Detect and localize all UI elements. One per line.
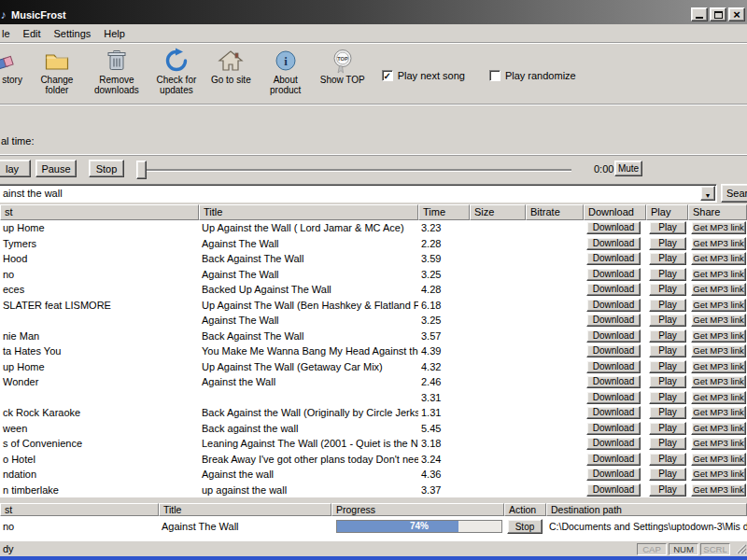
get-mp3-link-button[interactable]: Get MP3 link [691, 453, 746, 466]
seek-slider[interactable] [136, 169, 571, 171]
download-button[interactable]: Download [586, 453, 641, 466]
play-row-button[interactable]: Play [649, 422, 686, 435]
checkbox-play-next-song[interactable]: ✓Play next song [382, 70, 465, 81]
play-row-button[interactable]: Play [649, 406, 686, 419]
dl-column-header-progress[interactable]: Progress [331, 503, 504, 516]
table-row[interactable]: ta Hates YouYou Make Me Wanna Bang My He… [0, 343, 747, 359]
toolbar-button-check-for-updates[interactable]: Check for updates [149, 47, 204, 96]
play-row-button[interactable]: Play [649, 453, 686, 466]
get-mp3-link-button[interactable]: Get MP3 link [691, 252, 746, 265]
play-row-button[interactable]: Play [649, 329, 686, 343]
table-row[interactable]: WonderAgainst the Wall2.46DownloadPlayGe… [0, 374, 747, 390]
close-button[interactable]: × [728, 7, 745, 21]
table-row[interactable]: TymersAgainst The Wall2.28DownloadPlayGe… [0, 236, 747, 252]
play-row-button[interactable]: Play [649, 375, 686, 388]
download-row[interactable]: noAgainst The Wall74%StopC:\Documents an… [0, 516, 747, 537]
stop-button[interactable]: Stop [89, 160, 124, 177]
download-button[interactable]: Download [586, 360, 641, 373]
pause-button[interactable]: Pause [35, 160, 77, 177]
table-row[interactable]: ecesBacked Up Against The Wall4.28Downlo… [0, 282, 747, 298]
table-row[interactable]: weenBack against the wall5.45DownloadPla… [0, 421, 747, 437]
get-mp3-link-button[interactable]: Get MP3 link [691, 391, 746, 404]
toolbar-button-show-top[interactable]: TOPShow TOP [318, 47, 367, 86]
resize-grip[interactable] [734, 542, 747, 556]
column-header-download[interactable]: Download [584, 204, 646, 220]
play-row-button[interactable]: Play [649, 483, 686, 497]
get-mp3-link-button[interactable]: Get MP3 link [691, 237, 746, 250]
play-row-button[interactable]: Play [649, 268, 686, 281]
table-row[interactable]: SLATER feat LISMOREUp Against The Wall (… [0, 298, 747, 314]
minimize-button[interactable] [691, 7, 708, 21]
checkbox-box[interactable] [489, 70, 500, 81]
download-button[interactable]: Download [586, 468, 641, 481]
play-row-button[interactable]: Play [649, 237, 686, 250]
get-mp3-link-button[interactable]: Get MP3 link [691, 483, 746, 497]
get-mp3-link-button[interactable]: Get MP3 link [691, 283, 746, 296]
toolbar-button-change-folder[interactable]: Change folder [30, 47, 84, 96]
column-header-play[interactable]: Play [646, 204, 688, 220]
download-button[interactable]: Download [586, 344, 641, 357]
download-button[interactable]: Download [586, 375, 641, 388]
toolbar-button-remove-downloads[interactable]: Remove downloads [90, 47, 144, 96]
combo-dropdown-button[interactable]: ▼ [700, 186, 715, 201]
play-row-button[interactable]: Play [649, 468, 686, 481]
get-mp3-link-button[interactable]: Get MP3 link [691, 468, 746, 481]
table-row[interactable]: noAgainst The Wall3.25DownloadPlayGet MP… [0, 267, 747, 283]
play-row-button[interactable]: Play [649, 299, 686, 312]
play-row-button[interactable]: Play [649, 221, 686, 234]
table-row[interactable]: up HomeUp Against the Wall ( Lord Jamar … [0, 220, 747, 236]
stop-download-button[interactable]: Stop [507, 519, 543, 534]
dl-column-header-title[interactable]: Title [159, 503, 331, 516]
play-row-button[interactable]: Play [649, 360, 686, 373]
dl-column-header-action[interactable]: Action [504, 503, 546, 516]
table-row[interactable]: ck Rock KaraokeBack Against the Wall (Or… [0, 405, 747, 421]
get-mp3-link-button[interactable]: Get MP3 link [691, 375, 746, 388]
download-button[interactable]: Download [586, 237, 641, 250]
get-mp3-link-button[interactable]: Get MP3 link [691, 329, 746, 343]
column-header-title[interactable]: Title [199, 204, 418, 220]
table-row[interactable]: s of ConvenienceLeaning Against The Wall… [0, 436, 747, 452]
get-mp3-link-button[interactable]: Get MP3 link [691, 299, 746, 312]
get-mp3-link-button[interactable]: Get MP3 link [691, 360, 746, 373]
toolbar-button-go-to-site[interactable]: Go to site [209, 47, 253, 86]
menu-item-settings[interactable]: Settings [48, 26, 98, 41]
play-row-button[interactable]: Play [649, 437, 686, 450]
toolbar-button-about-product[interactable]: iAbout product [259, 47, 313, 96]
column-header-time[interactable]: Time [418, 204, 470, 220]
play-button[interactable]: lay [0, 160, 31, 177]
download-button[interactable]: Download [586, 221, 641, 234]
column-header-size[interactable]: Size [470, 204, 526, 220]
checkbox-play-randomize[interactable]: Play randomize [489, 70, 576, 81]
play-row-button[interactable]: Play [649, 344, 686, 357]
table-row[interactable]: o HotelBreak Away I've got other plans t… [0, 452, 747, 468]
get-mp3-link-button[interactable]: Get MP3 link [691, 437, 746, 450]
get-mp3-link-button[interactable]: Get MP3 link [691, 268, 746, 281]
get-mp3-link-button[interactable]: Get MP3 link [691, 422, 746, 435]
app-icon[interactable]: ♪ [0, 8, 9, 21]
download-button[interactable]: Download [586, 252, 641, 265]
menu-item-help[interactable]: Help [97, 26, 132, 41]
get-mp3-link-button[interactable]: Get MP3 link [691, 314, 746, 327]
dl-column-header-st[interactable]: st [0, 503, 159, 516]
maximize-button[interactable] [710, 7, 726, 21]
search-input[interactable] [1, 186, 698, 201]
download-button[interactable]: Download [586, 329, 641, 343]
download-button[interactable]: Download [586, 299, 641, 312]
table-row[interactable]: nie ManBack Against The Wall3.57Download… [0, 329, 747, 344]
column-header-bitrate[interactable]: Bitrate [526, 204, 584, 220]
play-row-button[interactable]: Play [649, 283, 686, 296]
download-button[interactable]: Download [586, 314, 641, 327]
column-header-share[interactable]: Share [688, 204, 747, 220]
download-button[interactable]: Download [586, 268, 641, 281]
table-row[interactable]: HoodBack Against The Wall3.59DownloadPla… [0, 251, 747, 267]
mute-button[interactable]: Mute [614, 161, 642, 176]
play-row-button[interactable]: Play [649, 391, 686, 404]
download-button[interactable]: Download [586, 483, 641, 497]
dl-column-header-destination-path[interactable]: Destination path [546, 503, 747, 516]
toolbar-button-ear-story[interactable]: ear story [0, 47, 24, 86]
get-mp3-link-button[interactable]: Get MP3 link [691, 406, 746, 419]
checkbox-box[interactable]: ✓ [382, 70, 393, 81]
get-mp3-link-button[interactable]: Get MP3 link [691, 221, 746, 234]
download-button[interactable]: Download [586, 391, 641, 404]
menu-item-edit[interactable]: Edit [17, 26, 48, 41]
